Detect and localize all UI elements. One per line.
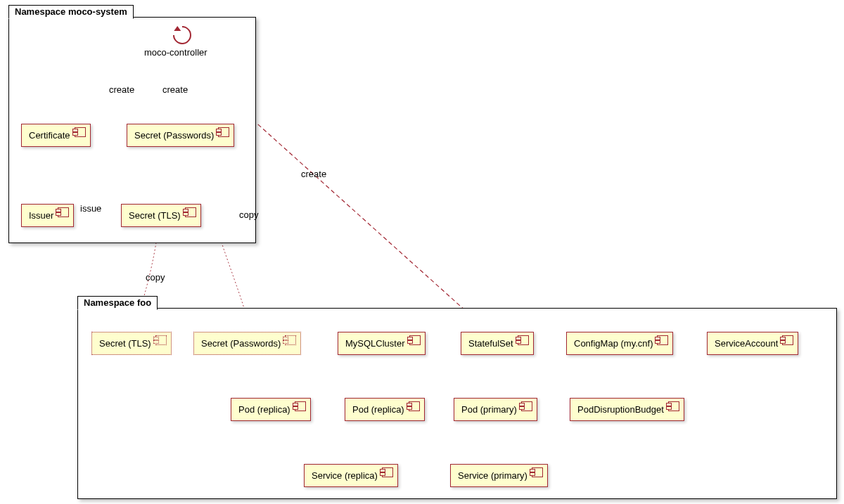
component-icon [782, 335, 793, 345]
edge-label-create: create [109, 84, 134, 95]
component-label: Pod (replica) [238, 404, 290, 415]
diagram-canvas: Namespace moco-system Namespace foo moco… [0, 0, 844, 504]
component-service-replica: Service (replica) [304, 464, 398, 487]
component-pdb: PodDisruptionBudget [570, 398, 684, 421]
component-configmap: ConfigMap (my.cnf) [566, 332, 673, 355]
component-icon [285, 335, 296, 345]
component-statefulset: StatefulSet [461, 332, 534, 355]
edge-label-copy: copy [239, 209, 258, 220]
component-mysqlcluster: MySQLCluster [338, 332, 426, 355]
edge-label-create: create [162, 84, 188, 95]
namespace-tab: Namespace moco-system [8, 5, 134, 19]
edge-label-create: create [301, 169, 326, 179]
component-label: Secret (TLS) [99, 338, 151, 349]
component-icon [409, 401, 420, 411]
component-icon [532, 467, 543, 477]
component-label: Pod (replica) [352, 404, 404, 415]
component-secret-tls-foo: Secret (TLS) [91, 332, 172, 355]
component-secret-passwords-foo: Secret (Passwords) [193, 332, 301, 355]
component-secret-passwords-sys: Secret (Passwords) [127, 124, 234, 147]
component-label: Secret (Passwords) [201, 338, 281, 349]
component-service-primary: Service (primary) [450, 464, 548, 487]
component-label: Service (primary) [458, 470, 528, 481]
component-label: Service (replica) [312, 470, 378, 481]
component-serviceaccount: ServiceAccount [707, 332, 798, 355]
component-label: MySQLCluster [345, 338, 405, 349]
component-pod-replica-1: Pod (replica) [231, 398, 311, 421]
component-pod-replica-2: Pod (replica) [345, 398, 425, 421]
namespace-tab: Namespace foo [77, 296, 158, 310]
component-icon [58, 207, 69, 217]
edge-label-copy: copy [146, 272, 165, 283]
component-icon [409, 335, 421, 345]
component-certificate: Certificate [21, 124, 91, 147]
component-icon [657, 335, 668, 345]
component-icon [185, 207, 196, 217]
component-icon [295, 401, 306, 411]
component-label: ServiceAccount [715, 338, 778, 349]
component-icon [382, 467, 393, 477]
component-issuer: Issuer [21, 204, 74, 227]
component-icon [518, 335, 529, 345]
component-label: Secret (TLS) [129, 210, 181, 221]
component-label: Issuer [29, 210, 53, 221]
edge-label-issue: issue [80, 203, 101, 214]
component-label: ConfigMap (my.cnf) [574, 338, 653, 349]
component-icon [75, 127, 86, 137]
component-icon [155, 335, 167, 345]
component-pod-primary: Pod (primary) [454, 398, 537, 421]
component-icon [668, 401, 679, 411]
component-icon [521, 401, 532, 411]
component-label: Pod (primary) [461, 404, 517, 415]
controller-label: moco-controller [144, 47, 207, 58]
component-icon [218, 127, 229, 137]
component-label: PodDisruptionBudget [577, 404, 664, 415]
component-label: Certificate [29, 130, 70, 141]
component-label: Secret (Passwords) [134, 130, 214, 141]
component-label: StatefulSet [468, 338, 513, 349]
component-secret-tls-sys: Secret (TLS) [121, 204, 201, 227]
